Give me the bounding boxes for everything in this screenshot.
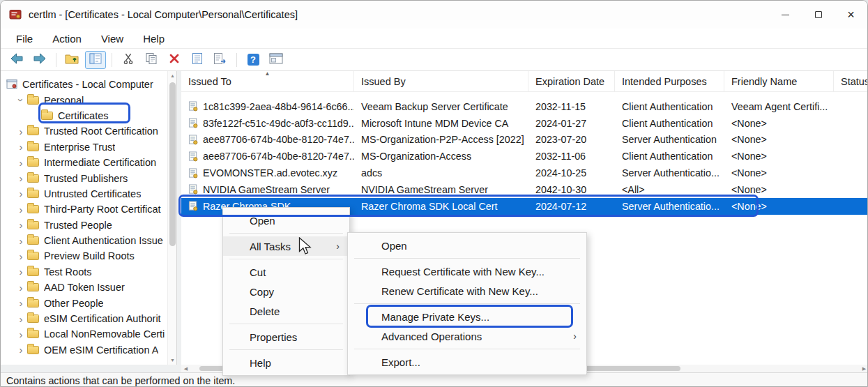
tree-item-intermediate-certification[interactable]: › Intermediate Certification <box>1 155 176 170</box>
copy-button[interactable] <box>141 51 162 69</box>
table-row[interactable]: aee87706-674b-40be-8120-74e7... MS-Organ… <box>181 148 868 165</box>
tree-item-untrusted-certificates[interactable]: › Untrusted Certificates <box>1 186 176 202</box>
menu-view[interactable]: View <box>94 31 130 47</box>
console-window-button[interactable] <box>266 51 287 69</box>
chevron-right-icon[interactable]: › <box>15 204 27 215</box>
tree-item-local-nonremovable-certificates[interactable]: › Local NonRemovable Certi <box>1 326 176 342</box>
back-button[interactable] <box>6 51 27 69</box>
tree-item-oem-esim-certification[interactable]: › OEM eSIM Certification A <box>1 342 176 358</box>
delete-button[interactable] <box>164 51 185 69</box>
close-icon: × <box>847 8 855 21</box>
chevron-right-icon[interactable]: › <box>15 173 27 183</box>
chevron-right-icon[interactable]: › <box>15 158 27 168</box>
certlm-app-icon <box>9 8 22 21</box>
maximize-button[interactable] <box>802 1 835 29</box>
column-header-friendly-name[interactable]: Friendly Name <box>724 71 834 91</box>
context-menu-open[interactable]: Open <box>223 211 349 230</box>
scroll-left-icon[interactable]: ◀ <box>181 365 190 372</box>
chevron-right-icon[interactable]: › <box>15 266 27 277</box>
tree-item-certificates[interactable]: Certificates <box>1 108 176 123</box>
tree-item-third-party-root[interactable]: › Third-Party Root Certificat <box>1 202 176 217</box>
submenu-manage-private-keys[interactable]: Manage Private Keys... <box>348 307 586 326</box>
tree-item-aad-token-issuer[interactable]: › AAD Token Issuer <box>1 280 176 295</box>
submenu-export[interactable]: Export... <box>348 352 586 372</box>
menu-item-label: Copy <box>250 286 274 298</box>
column-header-status[interactable]: Status <box>834 71 868 91</box>
chevron-right-icon[interactable]: › <box>15 220 27 230</box>
folder-icon <box>41 112 53 120</box>
chevron-right-icon[interactable]: › <box>15 188 27 199</box>
context-menu-all-tasks[interactable]: All Tasks › <box>223 236 349 256</box>
menu-bar: File Action View Help <box>1 29 867 49</box>
minimize-button[interactable] <box>769 1 802 29</box>
chevron-right-icon[interactable]: › <box>15 282 27 293</box>
context-menu-delete[interactable]: Delete <box>223 301 349 321</box>
tree-item-trusted-people[interactable]: › Trusted People <box>1 218 176 233</box>
chevron-right-icon[interactable]: › <box>15 298 27 308</box>
console-tree-panel: Certificates - Local Computer › Personal… <box>1 71 177 365</box>
chevron-down-icon[interactable]: › <box>16 94 26 107</box>
tree-item-other-people[interactable]: › Other People <box>1 295 176 310</box>
folder-icon <box>27 96 39 105</box>
table-row[interactable]: 1c81c399-2aea-48b4-9614-6c66... Veeam Ba… <box>181 98 868 115</box>
cell-friendly-name: <None> <box>731 184 767 195</box>
submenu-advanced-operations[interactable]: Advanced Operations › <box>348 326 586 346</box>
cut-button[interactable] <box>118 51 139 69</box>
chevron-right-icon[interactable]: › <box>15 329 27 340</box>
context-menu-properties[interactable]: Properties <box>223 327 349 347</box>
table-row[interactable]: aee87706-674b-40be-8120-74e7... MS-Organ… <box>181 132 868 149</box>
tree-item-label: Third-Party Root Certificat <box>44 204 161 215</box>
table-row[interactable]: NVIDIA GameStream Server NVIDIA GameStre… <box>181 181 868 198</box>
cell-intended-purposes: Server Authenticatio... <box>622 201 719 212</box>
tree-item-enterprise-trust[interactable]: › Enterprise Trust <box>1 139 176 155</box>
context-menu-cut[interactable]: Cut <box>223 262 349 282</box>
column-header-intended-purposes[interactable]: Intended Purposes <box>615 71 724 91</box>
properties-button[interactable] <box>187 51 208 69</box>
tree-root-certificates-local-computer[interactable]: Certificates - Local Computer <box>1 77 176 92</box>
column-label: Issued By <box>361 76 406 87</box>
tree-scrollbar-thumb[interactable] <box>169 82 176 246</box>
column-header-issued-by[interactable]: Issued By <box>354 71 528 91</box>
chevron-right-icon[interactable]: › <box>15 236 27 246</box>
menu-item-label: Export... <box>381 356 420 368</box>
scroll-down-icon[interactable]: ▼ <box>168 356 177 365</box>
column-header-expiration-date[interactable]: Expiration Date <box>528 71 615 91</box>
chevron-right-icon[interactable]: › <box>15 251 27 261</box>
submenu-renew-certificate[interactable]: Renew Certificate with New Key... <box>348 281 586 301</box>
chevron-right-icon[interactable]: › <box>15 126 27 137</box>
tree-vertical-scrollbar[interactable]: ▲ ▼ <box>167 71 176 365</box>
tree-item-test-roots[interactable]: › Test Roots <box>1 264 176 280</box>
submenu-request-certificate[interactable]: Request Certificate with New Key... <box>348 261 586 281</box>
column-header-issued-to[interactable]: ▲ Issued To <box>181 71 354 91</box>
show-console-tree-button[interactable] <box>85 51 106 69</box>
chevron-right-icon[interactable]: › <box>15 344 27 355</box>
up-one-level-button[interactable] <box>62 51 83 69</box>
tree-item-preview-build-roots[interactable]: › Preview Build Roots <box>1 248 176 264</box>
forward-button[interactable] <box>29 51 50 69</box>
tree-item-personal[interactable]: › Personal <box>1 92 176 107</box>
scroll-right-icon[interactable]: ▶ <box>860 365 868 372</box>
submenu-open[interactable]: Open <box>348 236 586 255</box>
table-row[interactable]: 83fe122f-c51c-49dc-a0f3-cc11d9... Micros… <box>181 115 868 132</box>
table-row[interactable]: EVOMONSTER.ad.evotec.xyz adcs 2024-10-25… <box>181 165 868 181</box>
context-menu-copy[interactable]: Copy <box>223 282 349 301</box>
help-button[interactable]: ? <box>243 51 264 69</box>
scroll-up-icon[interactable]: ▲ <box>168 71 177 80</box>
tree-item-trusted-root-certification[interactable]: › Trusted Root Certification <box>1 123 176 139</box>
help-icon: ? <box>248 54 259 66</box>
menu-help[interactable]: Help <box>136 31 172 47</box>
context-menu-help[interactable]: Help <box>223 353 349 372</box>
certificate-icon <box>188 101 199 112</box>
export-list-button[interactable] <box>210 51 231 69</box>
tree-item-trusted-publishers[interactable]: › Trusted Publishers <box>1 170 176 185</box>
close-button[interactable]: × <box>835 1 867 29</box>
tree-item-esim-certification-authorities[interactable]: › eSIM Certification Authorit <box>1 311 176 326</box>
menu-separator <box>229 233 343 234</box>
folder-icon <box>27 236 39 245</box>
menu-action[interactable]: Action <box>45 31 89 47</box>
scissors-icon <box>122 52 135 67</box>
chevron-right-icon[interactable]: › <box>15 314 27 324</box>
tree-item-client-authentication-issuers[interactable]: › Client Authentication Issue <box>1 233 176 248</box>
menu-file[interactable]: File <box>9 31 40 47</box>
chevron-right-icon[interactable]: › <box>15 142 27 152</box>
